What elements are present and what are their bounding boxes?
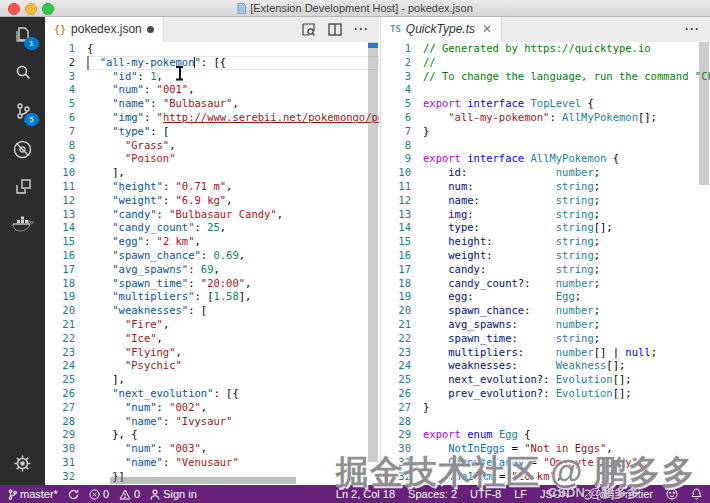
code-line[interactable]: "Psychic" xyxy=(87,359,379,373)
code-line[interactable]: next_evolution?: Evolution[]; xyxy=(423,373,710,387)
code-area[interactable]: { "all-my-pokemon": [{ "id": 1, "num": "… xyxy=(87,42,379,485)
code-line[interactable]: } xyxy=(423,401,710,415)
split-editor-icon[interactable] xyxy=(328,23,342,36)
code-line[interactable]: num: string; xyxy=(423,180,710,194)
code-line[interactable]: // Generated by https://quicktype.io xyxy=(423,42,710,56)
code-line[interactable]: ], xyxy=(87,373,379,387)
docker-icon[interactable] xyxy=(0,206,45,244)
code-line[interactable]: "weaknesses": [ xyxy=(87,304,379,318)
code-line[interactable]: "Ice", xyxy=(87,332,379,346)
code-line[interactable]: type: string[]; xyxy=(423,221,710,235)
code-line[interactable]: { xyxy=(87,42,379,56)
code-line[interactable]: ], xyxy=(87,166,379,180)
code-line[interactable]: "num": "003", xyxy=(87,442,379,456)
code-line[interactable] xyxy=(423,83,710,97)
line-number: 23 xyxy=(45,346,85,360)
code-line[interactable]: "num": "002", xyxy=(87,401,379,415)
json-editor[interactable]: 1234567891011121314151617181920212223242… xyxy=(45,42,379,485)
more-actions-icon[interactable]: ··· xyxy=(685,22,700,36)
tab-pokedex-json[interactable]: {} pokedex.json xyxy=(45,16,164,42)
close-tab-icon[interactable]: ✕ xyxy=(482,22,492,36)
eol-status[interactable]: LF xyxy=(514,488,527,500)
code-line[interactable]: } xyxy=(423,125,710,139)
typescript-editor[interactable]: 1234567891011121314151617181920212223242… xyxy=(381,42,710,485)
code-line[interactable]: "Grass", xyxy=(87,139,379,153)
notifications-bell-icon[interactable] xyxy=(691,488,702,500)
code-line[interactable]: "spawn_chance": 0.69, xyxy=(87,249,379,263)
code-line[interactable]: spawn_time: string; xyxy=(423,332,710,346)
code-line[interactable]: candy_count?: number; xyxy=(423,277,710,291)
code-line[interactable]: prev_evolution?: Evolution[]; xyxy=(423,387,710,401)
code-line[interactable]: "next_evolution": [{ xyxy=(87,387,379,401)
code-line[interactable]: The10Km = "10 km", xyxy=(423,470,710,484)
code-line[interactable]: spawn_chance: number; xyxy=(423,304,710,318)
prettier-status[interactable]: [off] Prettier xyxy=(582,488,653,500)
source-control-icon[interactable]: 5 xyxy=(0,92,45,130)
code-line[interactable]: export interface AllMyPokemon { xyxy=(423,152,710,166)
code-line[interactable]: // To change the language, run the comma… xyxy=(423,70,710,84)
code-line[interactable]: id: number; xyxy=(423,166,710,180)
code-line[interactable]: img: string; xyxy=(423,208,710,222)
code-line[interactable]: "img": "http://www.serebii.net/pokemongo… xyxy=(87,111,379,125)
more-actions-icon[interactable]: ··· xyxy=(354,22,369,36)
code-line[interactable]: "weight": "6.9 kg", xyxy=(87,194,379,208)
code-line[interactable]: }, { xyxy=(87,428,379,442)
vertical-scrollbar[interactable] xyxy=(699,42,709,185)
code-line[interactable]: "avg_spawns": 69, xyxy=(87,263,379,277)
code-line[interactable]: "multipliers": [1.58], xyxy=(87,290,379,304)
code-line[interactable]: "Flying", xyxy=(87,346,379,360)
code-line[interactable]: "candy_count": 25, xyxy=(87,221,379,235)
code-line[interactable]: "candy": "Bulbasaur Candy", xyxy=(87,208,379,222)
line-number: 10 xyxy=(381,166,421,180)
code-line[interactable]: "id": 1, xyxy=(87,70,379,84)
code-line[interactable]: candy: string; xyxy=(423,263,710,277)
code-line[interactable]: "name": "Venusaur" xyxy=(87,456,379,470)
debug-icon[interactable] xyxy=(0,130,45,168)
code-line[interactable]: multipliers: number[] | null; xyxy=(423,346,710,360)
code-line[interactable]: export enum Egg { xyxy=(423,428,710,442)
sync-status[interactable] xyxy=(68,489,79,500)
line-number: 20 xyxy=(381,304,421,318)
explorer-icon[interactable]: 1 xyxy=(0,16,45,54)
settings-gear-icon[interactable] xyxy=(0,454,45,473)
code-line[interactable]: "name": "Bulbasaur", xyxy=(87,97,379,111)
code-line[interactable]: "type": [ xyxy=(87,125,379,139)
language-mode-status[interactable]: JSON xyxy=(540,488,569,500)
extensions-icon[interactable] xyxy=(0,168,45,206)
code-line[interactable] xyxy=(423,139,710,153)
encoding-status[interactable]: UTF-8 xyxy=(470,488,501,500)
horizontal-scrollbar[interactable] xyxy=(110,477,296,484)
indentation-status[interactable]: Spaces: 2 xyxy=(408,488,457,500)
sign-in-status[interactable]: Sign in xyxy=(150,488,197,500)
code-line[interactable]: "name": "Ivysaur" xyxy=(87,415,379,429)
code-line[interactable]: height: string; xyxy=(423,235,710,249)
feedback-smiley-icon[interactable] xyxy=(666,488,678,500)
code-line[interactable]: "all-my-pokemon": AllMyPokemon[]; xyxy=(423,111,710,125)
code-line[interactable]: NotInEggs = "Not in Eggs", xyxy=(423,442,710,456)
code-line[interactable]: "spawn_time": "20:00", xyxy=(87,277,379,291)
errors-status[interactable]: 0 xyxy=(89,488,109,500)
cursor-position-status[interactable]: Ln 2, Col 18 xyxy=(336,488,395,500)
code-line[interactable]: weight: string; xyxy=(423,249,710,263)
tab-quicktype-ts[interactable]: TS QuickType.ts ✕ xyxy=(381,16,502,42)
search-icon[interactable] xyxy=(0,54,45,92)
code-line[interactable]: // xyxy=(423,56,710,70)
code-area[interactable]: // Generated by https://quicktype.io////… xyxy=(423,42,710,485)
code-line[interactable]: "Fire", xyxy=(87,318,379,332)
code-line[interactable]: OmanyteCandy = "Omanyte Candy", xyxy=(423,456,710,470)
code-line[interactable]: name: string; xyxy=(423,194,710,208)
code-line[interactable]: "all-my-pokemon": [{ xyxy=(87,56,379,70)
code-line[interactable]: export interface TopLevel { xyxy=(423,97,710,111)
vertical-scrollbar[interactable] xyxy=(368,42,378,462)
code-line[interactable]: "height": "0.71 m", xyxy=(87,180,379,194)
git-branch-status[interactable]: master* xyxy=(8,488,58,500)
open-preview-icon[interactable] xyxy=(301,22,316,37)
code-line[interactable]: weaknesses: Weakness[]; xyxy=(423,359,710,373)
code-line[interactable] xyxy=(423,415,710,429)
code-line[interactable]: avg_spawns: number; xyxy=(423,318,710,332)
code-line[interactable]: "egg": "2 km", xyxy=(87,235,379,249)
code-line[interactable]: "num": "001", xyxy=(87,83,379,97)
code-line[interactable]: egg: Egg; xyxy=(423,290,710,304)
warnings-status[interactable]: 0 xyxy=(119,488,140,500)
code-line[interactable]: "Poison" xyxy=(87,152,379,166)
